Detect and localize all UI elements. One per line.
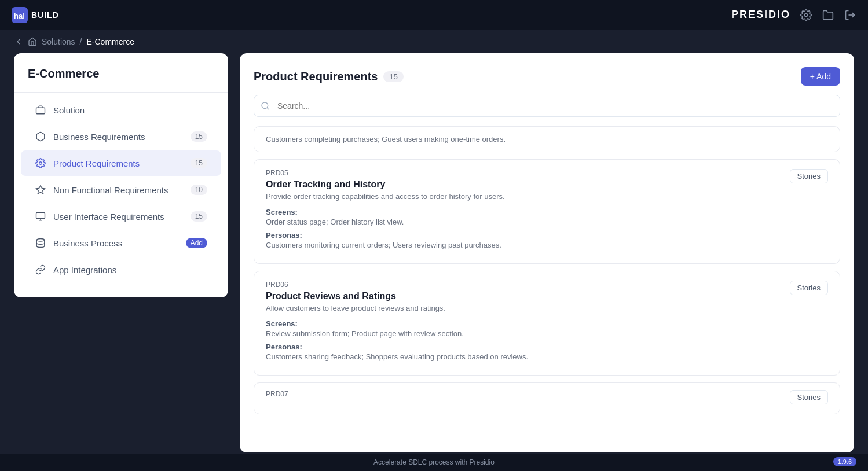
svg-text:hai: hai <box>14 12 25 20</box>
sidebar-badge-non-functional: 10 <box>191 185 207 195</box>
main-layout: E-Commerce Solution Business Requirement… <box>0 53 868 466</box>
svg-point-10 <box>36 239 45 242</box>
sidebar-item-app-integrations[interactable]: App Integrations <box>21 257 221 282</box>
screens-label-prd06: Screens: <box>266 319 828 328</box>
req-card-prd07-meta: PRD07 <box>266 390 288 400</box>
sidebar-badge-business-process[interactable]: Add <box>186 238 207 248</box>
svg-point-2 <box>805 13 808 16</box>
sidebar-item-product-requirements[interactable]: Product Requirements 15 <box>21 150 221 176</box>
non-functional-icon <box>35 184 46 196</box>
personas-label-prd05: Personas: <box>266 231 828 240</box>
stories-button-prd07[interactable]: Stories <box>790 390 828 404</box>
svg-point-5 <box>39 162 42 165</box>
sidebar-item-non-functional-label: Non Functional Requirements <box>53 185 184 195</box>
solution-icon <box>35 104 46 116</box>
top-personas-text: Customers completing purchases; Guest us… <box>266 135 506 143</box>
personas-value-prd05: Customers monitoring current orders; Use… <box>266 241 828 249</box>
settings-icon[interactable] <box>800 9 812 21</box>
sidebar-item-product-req-label: Product Requirements <box>53 159 184 168</box>
svg-point-11 <box>262 102 268 109</box>
req-title-prd06: Product Reviews and Ratings <box>266 291 445 301</box>
sidebar-item-non-functional[interactable]: Non Functional Requirements 10 <box>21 177 221 203</box>
svg-marker-6 <box>36 186 45 194</box>
svg-line-12 <box>267 108 269 109</box>
req-id-prd07: PRD07 <box>266 390 288 398</box>
content-panel: Product Requirements 15 + Add Customers … <box>240 53 854 452</box>
home-icon <box>28 37 37 46</box>
footer-bar: Accelerate SDLC process with Presidio <box>0 454 868 471</box>
content-title-row: Product Requirements 15 <box>254 70 404 83</box>
sidebar-badge-product-req: 15 <box>191 158 207 168</box>
sidebar-item-ui-requirements[interactable]: User Interface Requirements 15 <box>21 204 221 229</box>
presidio-logo: PRESIDIO <box>731 9 790 21</box>
personas-value-prd06: Customers sharing feedback; Shoppers eva… <box>266 352 828 361</box>
content-header: Product Requirements 15 + Add <box>254 67 840 86</box>
version-badge: 1.9.6 <box>833 457 856 466</box>
logo: hai BUILD <box>12 7 59 23</box>
svg-rect-7 <box>36 212 45 219</box>
stories-button-prd06[interactable]: Stories <box>790 281 828 295</box>
app-integrations-icon <box>35 264 46 275</box>
content-title: Product Requirements <box>254 70 378 83</box>
search-input[interactable] <box>254 95 840 117</box>
req-id-prd05: PRD05 <box>266 169 505 177</box>
top-personas-card: Customers completing purchases; Guest us… <box>254 126 840 152</box>
screens-label-prd05: Screens: <box>266 208 828 216</box>
business-req-icon <box>35 131 46 142</box>
req-card-prd07-header: PRD07 Stories <box>266 390 828 404</box>
sidebar-item-business-process[interactable]: Business Process Add <box>21 230 221 256</box>
req-card-prd05: PRD05 Order Tracking and History Provide… <box>254 159 840 264</box>
add-button[interactable]: + Add <box>801 67 840 86</box>
breadcrumb-separator: / <box>80 37 82 46</box>
req-id-prd06: PRD06 <box>266 281 445 289</box>
sidebar-badge-ui-req: 15 <box>191 211 207 222</box>
business-process-icon <box>35 237 46 249</box>
sidebar-item-solution-label: Solution <box>53 105 207 115</box>
back-button[interactable] <box>14 37 23 46</box>
content-count-badge: 15 <box>383 71 403 82</box>
sidebar-badge-business-req: 15 <box>191 131 207 142</box>
sidebar-item-business-req-label: Business Requirements <box>53 132 184 142</box>
product-req-icon <box>35 157 46 169</box>
req-card-prd07: PRD07 Stories <box>254 382 840 414</box>
req-card-prd05-header: PRD05 Order Tracking and History Provide… <box>266 169 828 205</box>
req-card-prd06-header: PRD06 Product Reviews and Ratings Allow … <box>266 281 828 317</box>
req-desc-prd06: Allow customers to leave product reviews… <box>266 304 445 312</box>
req-desc-prd05: Provide order tracking capabilities and … <box>266 192 505 201</box>
req-card-prd05-meta: PRD05 Order Tracking and History Provide… <box>266 169 505 205</box>
sidebar: E-Commerce Solution Business Requirement… <box>14 53 228 297</box>
sidebar-item-ui-req-label: User Interface Requirements <box>53 212 184 222</box>
svg-rect-4 <box>36 108 45 114</box>
sidebar-item-business-requirements[interactable]: Business Requirements 15 <box>21 124 221 149</box>
folder-icon[interactable] <box>822 9 834 21</box>
stories-button-prd05[interactable]: Stories <box>790 169 828 183</box>
req-title-prd05: Order Tracking and History <box>266 179 505 190</box>
req-card-prd06-meta: PRD06 Product Reviews and Ratings Allow … <box>266 281 445 317</box>
topnav-right: PRESIDIO <box>731 9 856 21</box>
personas-label-prd06: Personas: <box>266 343 828 351</box>
breadcrumb: Solutions / E-Commerce <box>0 30 868 53</box>
sidebar-item-app-integrations-label: App Integrations <box>53 265 207 275</box>
screens-value-prd05: Order status page; Order history list vi… <box>266 218 828 226</box>
ui-req-icon <box>35 211 46 222</box>
req-card-prd06: PRD06 Product Reviews and Ratings Allow … <box>254 271 840 376</box>
sidebar-title: E-Commerce <box>14 67 228 93</box>
search-box <box>254 95 840 117</box>
topnav: hai BUILD PRESIDIO <box>0 0 868 30</box>
topnav-left: hai BUILD <box>12 7 59 23</box>
screens-value-prd06: Review submission form; Product page wit… <box>266 329 828 338</box>
sidebar-item-business-process-label: Business Process <box>53 238 179 248</box>
breadcrumb-current: E-Commerce <box>86 37 134 46</box>
logout-icon[interactable] <box>844 9 856 21</box>
footer-text: Accelerate SDLC process with Presidio <box>373 458 495 466</box>
search-icon <box>261 101 270 111</box>
breadcrumb-solutions[interactable]: Solutions <box>42 37 75 46</box>
logo-text: BUILD <box>31 10 59 20</box>
sidebar-item-solution[interactable]: Solution <box>21 97 221 123</box>
hai-logo-icon: hai <box>12 7 28 23</box>
